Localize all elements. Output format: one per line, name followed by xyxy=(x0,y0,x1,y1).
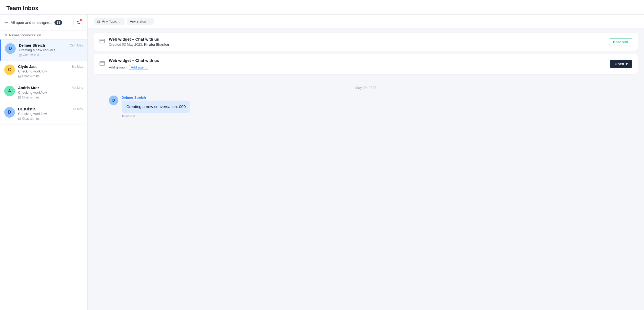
topic-chevron-icon: ⌄ xyxy=(118,19,121,23)
assign-row: Add group / Add agent xyxy=(109,65,595,70)
avatar: D xyxy=(5,43,16,54)
notification-dot xyxy=(80,19,82,21)
filter-left: ☰ All open and unassigne... 33 xyxy=(4,20,62,25)
conv-preview: Checking workflow xyxy=(18,112,83,116)
conv-preview: Checking workflow xyxy=(18,69,83,73)
conv-card-title: Web widget – Chat with us xyxy=(109,37,605,41)
avatar: C xyxy=(4,64,15,75)
conv-content: Andria Mraz 3rd May Checking workflow ▤ … xyxy=(18,86,83,99)
sidebar-filter-bar: ☰ All open and unassigne... 33 ⇅ xyxy=(0,15,87,31)
conv-content: Dr. Kristle 3rd May Checking workflow ▤ … xyxy=(18,107,83,120)
conv-date: 3rd May xyxy=(72,65,83,68)
channel-icon: ▤ xyxy=(19,53,22,57)
conv-created-author: Kiruba Shankar xyxy=(144,42,169,46)
conv-name: Dr. Kristle xyxy=(18,107,36,111)
topic-filter-chip[interactable]: ☷ Any Topic ⌄ xyxy=(94,18,124,25)
conv-channel: ▤ Chat with us xyxy=(18,74,83,78)
conv-card-body-2: Web widget – Chat with us Add group / Ad… xyxy=(109,58,595,70)
conversation-cards: Web widget – Chat with us Created 03 May… xyxy=(88,28,644,78)
conversation-item[interactable]: D Delmer Streich 29th May Creating a new… xyxy=(0,40,87,61)
chat-bubble: Creating a new conversation. 000 xyxy=(122,101,190,113)
conv-content: Delmer Streich 29th May Creating a new c… xyxy=(19,43,83,57)
status-filter-label: Any status xyxy=(130,19,146,23)
widget-icon-2 xyxy=(99,61,105,68)
add-agent-link[interactable]: Add agent xyxy=(129,65,148,70)
avatar: A xyxy=(4,86,15,96)
conv-channel: ▤ Chat with us xyxy=(18,117,83,120)
chat-area: May 29, 2023 D Delmer Streich Creating a… xyxy=(88,78,644,310)
conv-name: Delmer Streich xyxy=(19,43,45,48)
channel-icon: ▤ xyxy=(18,117,21,120)
avatar: D xyxy=(4,107,15,118)
conv-card-meta: Created 03 May 2023, Kiruba Shankar xyxy=(109,42,605,46)
conv-date: 29th May xyxy=(70,44,83,47)
open-button-label: Open xyxy=(615,62,624,66)
chat-time: 10:45 AM xyxy=(122,114,190,118)
page-title: Team Inbox xyxy=(6,5,638,12)
conversation-item[interactable]: D Dr. Kristle 3rd May Checking workflow … xyxy=(0,103,87,124)
status-filter-chip[interactable]: Any status ⌄ xyxy=(127,18,154,25)
sort-order-bar: ⇅ Newest conversation xyxy=(0,31,87,40)
channel-label: Chat with us xyxy=(23,53,40,57)
channel-icon: ▤ xyxy=(18,96,21,99)
conv-channel: ▤ Chat with us xyxy=(18,96,83,99)
topic-filter-label: Any Topic xyxy=(102,19,117,23)
panel-filter-bar: ☷ Any Topic ⌄ Any status ⌄ xyxy=(88,15,644,28)
conv-content: Clyde Jast 3rd May Checking workflow ▤ C… xyxy=(18,64,83,78)
conv-date: 3rd May xyxy=(72,107,83,111)
filter-label: All open and unassigne... xyxy=(11,20,52,25)
chat-message-group: D Delmer Streich Creating a new conversa… xyxy=(109,96,623,118)
conv-top-row: Delmer Streich 29th May xyxy=(19,43,83,48)
conversation-card-open: Web widget – Chat with us Add group / Ad… xyxy=(94,54,638,74)
chat-sender-avatar: D xyxy=(109,96,118,105)
svg-rect-0 xyxy=(100,39,105,43)
conv-preview: Checking workflow xyxy=(18,91,83,94)
sort-direction-icon: ⇅ xyxy=(4,33,7,37)
open-button-arrow-icon: ▾ xyxy=(626,62,628,66)
conv-name: Clyde Jast xyxy=(18,64,37,69)
conv-top-row: Clyde Jast 3rd May xyxy=(18,64,83,69)
conv-card-body: Web widget – Chat with us Created 03 May… xyxy=(109,37,605,46)
conversation-sidebar: ☰ All open and unassigne... 33 ⇅ ⇅ Newes… xyxy=(0,15,88,310)
open-status-button[interactable]: Open ▾ xyxy=(610,60,632,68)
conv-date: 3rd May xyxy=(72,86,83,90)
widget-icon xyxy=(99,38,105,45)
date-divider: May 29, 2023 xyxy=(109,86,623,90)
conv-channel: ▤ Chat with us xyxy=(19,53,83,57)
conv-name: Andria Mraz xyxy=(18,86,39,90)
sort-button[interactable]: ⇅ xyxy=(74,18,83,27)
conv-card-actions-2: ⋮ Open ▾ xyxy=(599,60,632,68)
topic-filter-icon: ☷ xyxy=(97,19,100,23)
chat-sender-name: Delmer Streich xyxy=(122,96,190,100)
conversation-item[interactable]: C Clyde Jast 3rd May Checking workflow ▤… xyxy=(0,61,87,82)
add-group-link[interactable]: Add group xyxy=(109,65,125,69)
chat-message-content: Delmer Streich Creating a new conversati… xyxy=(122,96,190,118)
sort-order-label: Newest conversation xyxy=(9,33,41,37)
channel-label: Chat with us xyxy=(22,117,40,120)
conversation-count-badge: 33 xyxy=(54,20,62,25)
resolved-badge: Resolved xyxy=(609,38,632,45)
conv-card-title-2: Web widget – Chat with us xyxy=(109,58,595,63)
conversation-item[interactable]: A Andria Mraz 3rd May Checking workflow … xyxy=(0,82,87,103)
channel-label: Chat with us xyxy=(22,74,40,78)
more-options-icon: ⋮ xyxy=(601,62,605,66)
channel-icon: ▤ xyxy=(18,74,21,78)
channel-label: Chat with us xyxy=(22,96,40,99)
more-options-button[interactable]: ⋮ xyxy=(599,60,607,68)
sort-arrows-icon: ⇅ xyxy=(77,20,80,25)
assign-divider: / xyxy=(126,65,127,69)
conv-preview: Creating a new convers... xyxy=(19,48,83,52)
status-chevron-icon: ⌄ xyxy=(148,19,151,23)
conv-created-prefix: Created 03 May 2023, xyxy=(109,42,143,46)
conversation-card-resolved: Web widget – Chat with us Created 03 May… xyxy=(94,33,638,51)
conversation-list: D Delmer Streich 29th May Creating a new… xyxy=(0,40,87,310)
conv-top-row: Dr. Kristle 3rd May xyxy=(18,107,83,111)
conv-top-row: Andria Mraz 3rd May xyxy=(18,86,83,90)
date-divider-text: May 29, 2023 xyxy=(355,86,376,90)
conversation-panel: ☷ Any Topic ⌄ Any status ⌄ xyxy=(88,15,644,310)
app-header: Team Inbox xyxy=(0,0,644,15)
hamburger-icon[interactable]: ☰ xyxy=(4,20,8,25)
conv-card-actions: Resolved xyxy=(609,38,632,45)
svg-rect-2 xyxy=(100,61,105,65)
